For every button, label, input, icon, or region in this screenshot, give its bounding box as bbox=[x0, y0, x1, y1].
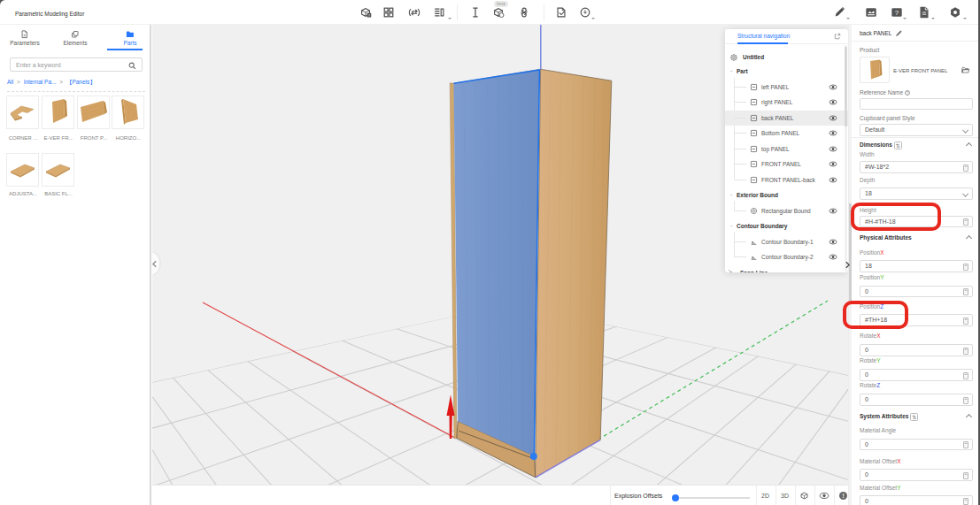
svg-text:?: ? bbox=[895, 9, 899, 17]
